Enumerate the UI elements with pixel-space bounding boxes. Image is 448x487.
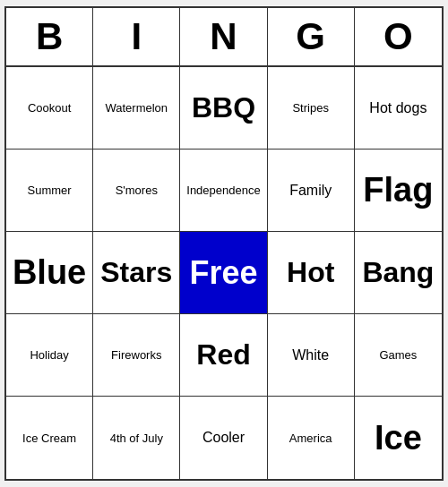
bingo-cell: Red	[180, 314, 267, 397]
bingo-cell: Hot dogs	[355, 67, 442, 150]
bingo-cell: BBQ	[180, 67, 267, 150]
bingo-cell: 4th of July	[93, 397, 180, 479]
bingo-cell: Watermelon	[93, 67, 180, 150]
bingo-cell: Games	[355, 314, 442, 397]
bingo-cell: Stripes	[268, 67, 355, 150]
header-letter: O	[355, 8, 442, 65]
bingo-cell: S'mores	[93, 150, 180, 232]
bingo-cell: Cooler	[180, 397, 267, 479]
bingo-cell: Summer	[6, 150, 93, 232]
header-letter: I	[93, 8, 180, 65]
bingo-cell: Independence	[180, 150, 267, 232]
bingo-cell: Hot	[268, 232, 355, 314]
header-letter: B	[6, 8, 93, 65]
header-letter: N	[180, 8, 267, 65]
bingo-cell: Family	[268, 150, 355, 232]
bingo-card: BINGO CookoutWatermelonBBQStripesHot dog…	[4, 6, 444, 481]
bingo-cell: Ice Cream	[6, 397, 93, 479]
bingo-header: BINGO	[6, 8, 442, 67]
bingo-cell: America	[268, 397, 355, 479]
bingo-cell: Stars	[93, 232, 180, 314]
bingo-cell: Ice	[355, 397, 442, 479]
bingo-cell: Cookout	[6, 67, 93, 150]
bingo-cell: White	[268, 314, 355, 397]
header-letter: G	[268, 8, 355, 65]
bingo-cell: Flag	[355, 150, 442, 232]
bingo-cell: Holiday	[6, 314, 93, 397]
bingo-cell: Fireworks	[93, 314, 180, 397]
bingo-cell: Free	[180, 232, 267, 314]
bingo-grid: CookoutWatermelonBBQStripesHot dogsSumme…	[6, 67, 442, 479]
bingo-cell: Blue	[6, 232, 93, 314]
bingo-cell: Bang	[355, 232, 442, 314]
